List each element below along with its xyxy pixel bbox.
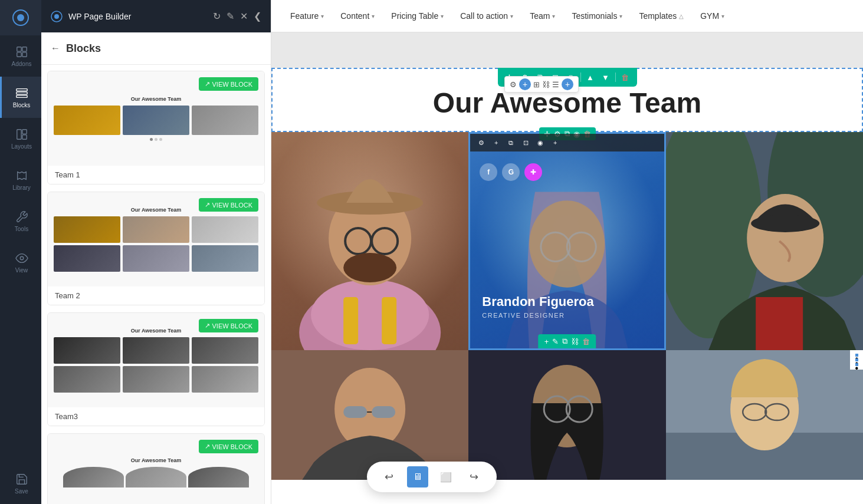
add-row-append-icon[interactable]: + bbox=[562, 78, 573, 90]
team-photo-bottom-2 bbox=[468, 350, 665, 480]
sidebar-item-library[interactable]: Library bbox=[0, 159, 41, 200]
view-block-btn-team4[interactable]: ↗ VIEW BLOCK bbox=[199, 440, 258, 453]
preview-img-5 bbox=[123, 216, 189, 243]
team-chevron-icon: ▾ bbox=[552, 13, 555, 19]
sidebar-item-layouts[interactable]: Layouts bbox=[0, 118, 41, 159]
preview-img-12 bbox=[192, 337, 258, 364]
nav-item-testimonials[interactable]: Testimonials ▾ bbox=[565, 6, 629, 25]
card-person-name: Brandon Figueroa bbox=[482, 294, 593, 309]
team-card-bottom-2[interactable] bbox=[468, 350, 665, 480]
nav-item-feature[interactable]: Feature ▾ bbox=[283, 6, 331, 25]
team2-preview-content: Our Awesome Team bbox=[48, 201, 264, 278]
block-preview-team1: Our Awesome Team ↗ VIEW BLOCK bbox=[48, 71, 264, 166]
card-name-container: Brandon Figueroa CREATIVE DESIGNER bbox=[482, 294, 593, 319]
team-card-bottom-3[interactable] bbox=[666, 350, 863, 480]
nav-item-pricing-table[interactable]: Pricing Table ▾ bbox=[384, 6, 451, 25]
team-card-3[interactable] bbox=[666, 132, 863, 350]
top-nav: Feature ▾ Content ▾ Pricing Table ▾ Call… bbox=[271, 0, 863, 32]
add-row-settings-icon[interactable]: ⚙ bbox=[510, 80, 517, 89]
row-up-icon[interactable]: ▲ bbox=[583, 70, 598, 84]
svg-point-14 bbox=[54, 14, 59, 19]
redo-button[interactable]: ↪ bbox=[464, 466, 485, 487]
tablet-view-button[interactable]: ⬜ bbox=[435, 466, 457, 487]
collapse-panel-icon[interactable]: ❮ bbox=[254, 11, 261, 22]
col-plus-icon[interactable]: + bbox=[490, 136, 503, 149]
block-item-team1[interactable]: Our Awesome Team ↗ VIEW BLOCK bbox=[47, 71, 265, 185]
block-item-team2[interactable]: Our Awesome Team ↗ VIEW BLOCK Team 2 bbox=[47, 192, 265, 305]
svg-rect-24 bbox=[343, 297, 358, 344]
team-card-bottom-1[interactable] bbox=[271, 350, 468, 480]
sidebar-item-view[interactable]: View bbox=[0, 242, 41, 283]
add-row-toolbar: ⚙ + ⊞ ⛓ ☰ + bbox=[504, 76, 579, 93]
google-icon[interactable]: G bbox=[502, 163, 520, 181]
nav-item-call-to-action[interactable]: Call to action ▾ bbox=[453, 6, 520, 25]
nav-item-team[interactable]: Team ▾ bbox=[523, 6, 562, 25]
desktop-view-button[interactable]: 🖥 bbox=[407, 466, 428, 487]
team3-preview-content: Our Awesome Team bbox=[48, 322, 264, 398]
view-block-btn-team1[interactable]: ↗ VIEW BLOCK bbox=[199, 77, 258, 91]
blocks-panel-title: Blocks bbox=[66, 42, 101, 55]
preview-img-13 bbox=[54, 366, 120, 393]
facebook-icon[interactable]: f bbox=[480, 163, 497, 181]
add-row-cols-icon[interactable]: ⊞ bbox=[533, 80, 540, 89]
team-card-1[interactable] bbox=[271, 132, 468, 350]
blocks-header: ← Blocks bbox=[41, 32, 271, 65]
close-icon[interactable]: ✕ bbox=[240, 11, 248, 22]
wp-header: WP Page Builder ↻ ✎ ✕ ❮ bbox=[41, 0, 271, 32]
sidebar-item-tools[interactable]: Tools bbox=[0, 200, 41, 242]
col-save-icon[interactable]: ⊡ bbox=[519, 136, 532, 149]
pricing-chevron-icon: ▾ bbox=[441, 13, 444, 19]
preview-img-4 bbox=[54, 216, 120, 243]
svg-rect-11 bbox=[22, 134, 26, 139]
widget-plus-icon[interactable]: + bbox=[544, 337, 549, 346]
three-dots-menu[interactable]: • • • bbox=[850, 350, 863, 370]
edit-icon[interactable]: ✎ bbox=[227, 11, 234, 22]
svg-rect-9 bbox=[17, 129, 21, 139]
undo-button[interactable]: ↩ bbox=[379, 466, 400, 487]
add-row-plus-icon[interactable]: + bbox=[519, 78, 531, 90]
block-item-team3[interactable]: Our Awesome Team ↗ VIEW BLOCK Team3 bbox=[47, 312, 265, 426]
plus-social-icon[interactable]: ✚ bbox=[524, 163, 542, 181]
preview-img-9 bbox=[192, 245, 258, 272]
gym-chevron-icon: ▾ bbox=[721, 13, 724, 19]
nav-item-templates[interactable]: Templates △ bbox=[632, 6, 691, 25]
add-row-list-icon[interactable]: ☰ bbox=[552, 80, 559, 89]
nav-item-content[interactable]: Content ▾ bbox=[333, 6, 382, 25]
sidebar-item-save[interactable]: Save bbox=[0, 463, 41, 504]
block-label-team1: Team 1 bbox=[48, 166, 264, 184]
widget-duplicate-icon[interactable]: ⧉ bbox=[562, 337, 567, 346]
svg-rect-6 bbox=[16, 88, 27, 91]
widget-link-icon[interactable]: ⛓ bbox=[571, 337, 579, 346]
preview-img-11 bbox=[123, 337, 189, 364]
svg-point-23 bbox=[343, 253, 396, 282]
row-down-icon[interactable]: ▼ bbox=[599, 70, 613, 84]
preview-img-2 bbox=[123, 106, 189, 135]
add-row-link-icon[interactable]: ⛓ bbox=[542, 80, 550, 89]
svg-rect-39 bbox=[372, 406, 395, 418]
view-block-btn-team3[interactable]: ↗ VIEW BLOCK bbox=[199, 319, 258, 332]
widget-edit-icon[interactable]: ✎ bbox=[552, 337, 559, 346]
view-block-btn-team2[interactable]: ↗ VIEW BLOCK bbox=[199, 198, 258, 212]
team-card-2-selected[interactable]: ⚙ + ⧉ ⊡ ◉ + bbox=[468, 132, 665, 350]
team-photo-3 bbox=[666, 132, 863, 350]
widget-delete-icon[interactable]: 🗑 bbox=[582, 337, 590, 346]
back-button[interactable]: ← bbox=[51, 43, 60, 54]
col-add-icon[interactable]: + bbox=[549, 136, 562, 149]
col-visibility-icon[interactable]: ◉ bbox=[534, 136, 547, 149]
col-duplicate-icon[interactable]: ⧉ bbox=[504, 136, 517, 149]
col-settings-icon[interactable]: ⚙ bbox=[475, 136, 488, 149]
editor-canvas: ✛ ⚙ ⧉ ⊡ ◉ ▲ ▼ 🗑 ⚙ + ⊞ ⛓ ☰ + bbox=[271, 68, 863, 504]
app-logo[interactable] bbox=[0, 0, 41, 35]
sidebar-item-addons[interactable]: Addons bbox=[0, 35, 41, 77]
sidebar-item-blocks[interactable]: Blocks bbox=[0, 77, 41, 118]
toolbar-divider-2 bbox=[615, 73, 616, 82]
svg-rect-5 bbox=[22, 52, 26, 56]
row-delete-icon[interactable]: 🗑 bbox=[618, 70, 632, 84]
col-toolbar: ⚙ + ⧉ ⊡ ◉ + bbox=[470, 134, 664, 151]
block-item-team4[interactable]: Our Awesome Team ↗ VIEW BLOCK Team 4 bbox=[47, 433, 265, 504]
nav-item-gym[interactable]: GYM ▾ bbox=[693, 6, 731, 25]
svg-point-17 bbox=[311, 279, 429, 350]
refresh-icon[interactable]: ↻ bbox=[213, 11, 221, 22]
blocks-list: Our Awesome Team ↗ VIEW BLOCK bbox=[41, 65, 271, 504]
content-chevron-icon: ▾ bbox=[372, 13, 375, 19]
